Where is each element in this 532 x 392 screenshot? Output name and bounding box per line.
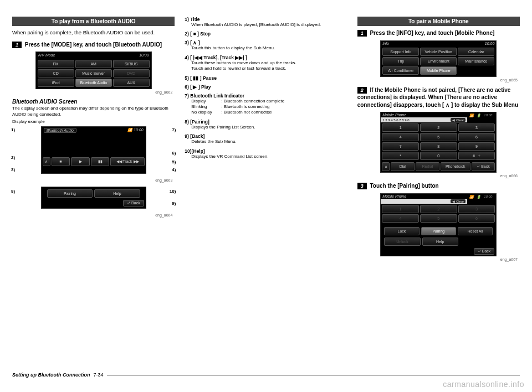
info-maint: Maintenance [458,57,494,65]
pair-pairing: Pairing [421,227,456,235]
def-10-lbl: 10)[Help] [185,148,347,154]
a664-pairing: Pairing [47,189,93,198]
def-4-lbl: 4) [ |◀◀ Track], [Track ▶▶| ] [185,55,347,60]
info-calendar: Calendar [458,48,494,56]
column-3: To pair a Mobile Phone 1 Press the [INFO… [357,17,520,266]
annotated-a664: 8) 10) 9) Pairing Help ⤶ Back [12,187,175,212]
img-ref-a662: eng_a662 [12,90,172,94]
def-1-desc: When Bluetooth AUDIO is played, [Bluetoo… [191,22,347,28]
img-ref-a666: eng_a666 [357,174,518,178]
def-4-desc-b: Touch and hold to rewind or fast-forward… [191,66,347,71]
def-3-lbl: 3) [ ∧ ] [185,40,347,45]
annot-3: 3) [11,167,15,172]
mode-btn-aux: AUX [113,79,150,87]
def-5-lbl: 5) [ ▮▮ ] Pause [185,75,347,81]
info-ac: Air Conditioner [382,66,419,75]
img-ref-a664: eng_a664 [12,213,172,217]
pair-badge-1: 1 [357,30,367,37]
column-1: To play from a Bluetooth AUDIO When pair… [12,17,175,266]
page: To play from a Bluetooth AUDIO When pair… [0,0,532,271]
info-env: Environment [420,57,457,65]
info-trip: Trip [382,57,419,65]
phone-screen: Mobile Phone 📶🔋10:00 1 2 3 4 5 6 7 8 9 0… [380,112,497,173]
a664-help: Help [94,189,140,198]
pair-reset: Reset All [458,227,493,235]
pair-help: Help [422,238,458,246]
bt-audio-screen-heading: Bluetooth AUDIO Screen [12,99,175,105]
screen-title: A/V Mode [38,53,55,57]
display-example-label: Display example [12,119,175,125]
section-title-bt-audio: To play from a Bluetooth AUDIO [12,17,175,26]
mode-btn-cd: CD [38,69,74,78]
av-mode-screen: A/V Mode 10:00 FM AM SIRIUS CD Music Ser… [35,51,152,89]
def-4-desc-a: Touch these buttons to move down and up … [191,60,347,66]
footer-section: Setting up Bluetooth Connection [12,372,90,378]
a663-title: Bluetooth Audio [44,128,76,133]
screen-clock: 10:00 [139,53,149,57]
annot-7: 7) [172,127,176,132]
def-3-desc: Touch this button to display the Sub Men… [191,45,347,51]
img-ref-a665: eng_a665 [357,78,518,82]
info-mobile-phone: Mobile Phone [420,66,457,75]
annot-5: 5) [172,159,176,164]
step-badge-1: 1 [12,42,22,48]
def-9-desc: Deletes the Sub Menu. [191,139,347,145]
annot-4: 4) [172,167,176,172]
pair-badge-2: 2 [357,87,367,94]
watermark: carmanualsonline.info [443,380,524,389]
annot-1: 1) [11,127,15,132]
def-7-lbl: 7) Bluetooth Link Indicator [185,93,347,99]
footer-rule [107,375,520,375]
def-10-desc: Displays the VR Command List screen. [191,154,347,159]
annotated-a663: 1) 2) 3) 7) 6) 5) 4) Bluetooth Audio 📶 1… [12,126,175,177]
annot-8: 8) [11,189,15,194]
a664-back: ⤶ Back [123,200,144,207]
step-1: 1 Press the [MODE] key, and touch [Bluet… [12,41,175,49]
pair-step-2: 2 If the Mobile Phone is not paired, [Th… [357,86,520,109]
pair-step-1: 1 Press the [INFO] key, and touch [Mobil… [357,29,520,37]
def-8-lbl: 8) [Pairing] [185,119,347,125]
mode-btn-ipod: iPod [38,79,74,87]
annot-10: 10) [170,189,176,194]
pairing-screen: Mobile Phone 📶🔋10:00 ◀ Clear 123 456 Loc… [380,193,497,256]
page-footer: Setting up Bluetooth Connection 7-34 [12,372,520,378]
pair-lock: Lock [384,227,419,235]
pair-step-3: 3 Touch the [Pairing] button [357,182,520,190]
info-vehicle: Vehicle Position [420,48,457,56]
mode-btn-am: AM [75,60,112,68]
pair-unlock: Unlock [384,238,420,246]
annot-9: 9) [172,201,176,206]
def-8-desc: Displays the Pairing List Screen. [191,125,347,130]
footer-page: 7-34 [93,372,103,378]
pair-badge-3: 3 [357,183,367,189]
def-1-lbl: 1) Title [185,17,347,22]
img-ref-a667: eng_a667 [357,257,518,261]
step-1-text: Press the [MODE] key, and touch [Bluetoo… [23,42,162,48]
intro-text: When pairing is complete, the Bluetooth … [12,29,175,37]
def-2-lbl: 2) [ ■ ] Stop [185,31,347,37]
bt-audio-screen-desc: The display screen and operation may dif… [12,106,175,117]
annot-6: 6) [172,151,176,156]
mode-btn-sirius: SIRIUS [113,60,150,68]
mode-btn-music-server: Music Server [75,69,112,78]
section-title-pair: To pair a Mobile Phone [357,17,520,26]
mode-btn-dvd: DVD [113,69,150,78]
annot-2: 2) [11,155,15,160]
mode-btn-fm: FM [38,60,74,68]
column-2: 1) Title When Bluetooth AUDIO is played,… [185,17,347,266]
phone-clear: ◀ Clear [451,118,466,122]
info-support: Support Info [382,48,419,56]
img-ref-a663: eng_a663 [12,178,172,182]
info-screen: Info10:00 Support Info Vehicle Position … [380,40,497,77]
def-6-lbl: 6) [ ▶ ] Play [185,84,347,90]
def-9-lbl: 9) [Back] [185,133,347,139]
mode-btn-bt-audio: Bluetooth Audio [75,79,112,87]
